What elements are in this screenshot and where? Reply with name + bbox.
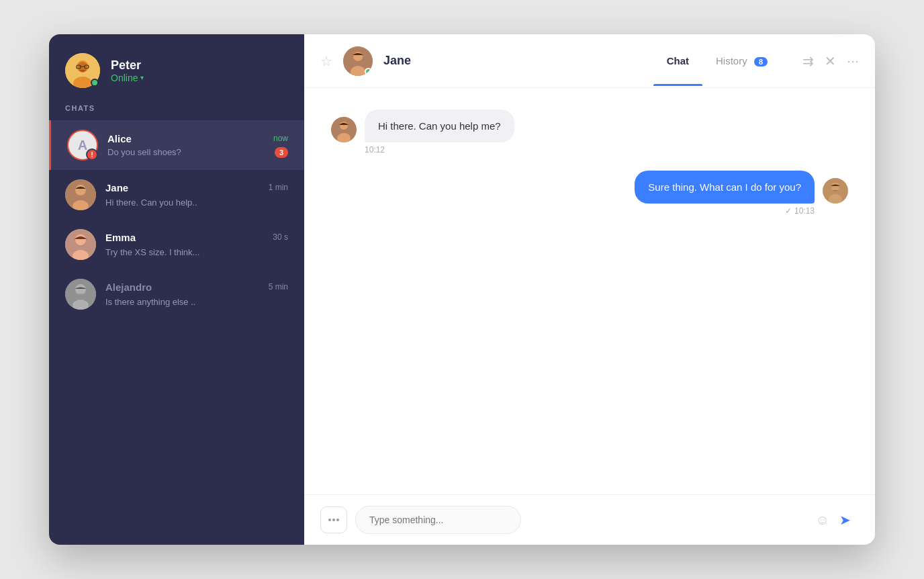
jane-avatar-svg xyxy=(65,179,96,210)
dot-2 xyxy=(332,519,335,521)
dot-1 xyxy=(328,519,331,521)
message-time-1: 10:12 xyxy=(365,145,848,154)
more-options-icon[interactable]: ⋯ xyxy=(847,54,859,69)
emma-name: Emma xyxy=(105,232,136,243)
check-icon: ✓ xyxy=(785,206,792,216)
alice-avatar: A ! xyxy=(67,130,98,161)
tab-chat[interactable]: Chat xyxy=(653,50,702,72)
message-input[interactable] xyxy=(355,506,521,534)
emma-content: Emma 30 s Try the XS size. I think... xyxy=(105,232,288,258)
user-name: Peter xyxy=(111,58,144,73)
emoji-icon[interactable]: ☺ xyxy=(816,513,829,528)
chats-label: CHATS xyxy=(49,104,304,120)
svg-point-11 xyxy=(75,234,86,245)
history-count-badge: 8 xyxy=(754,57,768,66)
jane-msg-avatar-svg xyxy=(331,117,357,142)
close-icon[interactable]: ✕ xyxy=(825,53,836,69)
jane-preview: Hi there. Can you help.. xyxy=(105,197,197,208)
chat-item-emma[interactable]: Emma 30 s Try the XS size. I think... xyxy=(49,220,304,269)
alice-name: Alice xyxy=(107,133,132,144)
chat-header: ☆ Jane Chat History 8 xyxy=(304,34,875,88)
sidebar-header: Peter Online xyxy=(49,34,304,104)
jane-content: Jane 1 min Hi there. Can you help.. xyxy=(105,182,288,208)
alice-content: Alice now Do you sell shoes? 3 xyxy=(107,133,288,158)
alejandro-avatar xyxy=(65,279,96,310)
message-time-2: ✓ 10:13 xyxy=(331,206,815,216)
app-container: Peter Online CHATS A ! Alice now Do yo xyxy=(49,34,875,545)
contact-avatar xyxy=(343,46,373,76)
alejandro-time: 5 min xyxy=(269,282,288,292)
tools-button[interactable] xyxy=(320,506,347,533)
dot-3 xyxy=(336,519,339,521)
dot-menu xyxy=(328,519,339,521)
input-area: ☺ ➤ xyxy=(304,494,875,545)
jane-time: 1 min xyxy=(269,183,288,192)
forward-icon[interactable]: ⇉ xyxy=(802,53,814,69)
chat-main: ☆ Jane Chat History 8 xyxy=(304,34,875,545)
alice-time: now xyxy=(273,134,288,143)
alice-preview: Do you sell shoes? xyxy=(107,147,181,157)
agent-msg-avatar xyxy=(823,178,848,204)
alice-badge: 3 xyxy=(275,147,288,158)
jane-top: Jane 1 min xyxy=(105,182,288,193)
svg-point-14 xyxy=(75,284,86,295)
send-icon[interactable]: ➤ xyxy=(839,512,851,528)
chat-item-alice[interactable]: A ! Alice now Do you sell shoes? 3 xyxy=(49,120,304,170)
agent-msg-avatar-svg xyxy=(823,178,848,204)
sidebar: Peter Online CHATS A ! Alice now Do yo xyxy=(49,34,304,545)
tab-history[interactable]: History 8 xyxy=(702,50,781,72)
message-bubble-1: Hi there. Can you help me? xyxy=(365,109,514,142)
emma-top: Emma 30 s xyxy=(105,232,288,243)
alejandro-name: Alejandro xyxy=(105,281,152,293)
user-status: Online xyxy=(111,73,144,83)
input-wrapper: ☺ ➤ xyxy=(355,506,859,534)
message-group-2: Sure thing. What can I do for you? ✓ xyxy=(331,171,848,216)
alejandro-avatar-svg xyxy=(65,279,96,310)
chat-item-jane[interactable]: Jane 1 min Hi there. Can you help.. xyxy=(49,170,304,220)
emma-time: 30 s xyxy=(273,232,288,242)
alejandro-top: Alejandro 5 min xyxy=(105,281,288,293)
jane-name: Jane xyxy=(105,182,128,193)
contact-status-dot xyxy=(365,68,372,75)
message-bubble-2: Sure thing. What can I do for you? xyxy=(635,171,815,204)
alejandro-preview: Is there anything else .. xyxy=(105,297,195,307)
message-group-1: Hi there. Can you help me? 10:12 xyxy=(331,109,848,154)
chat-item-alejandro[interactable]: Alejandro 5 min Is there anything else .… xyxy=(49,269,304,319)
svg-point-23 xyxy=(831,183,839,191)
jane-msg-avatar xyxy=(331,117,357,142)
user-info: Peter Online xyxy=(111,58,144,83)
header-tabs: Chat History 8 xyxy=(653,50,781,72)
alejandro-content: Alejandro 5 min Is there anything else .… xyxy=(105,281,288,308)
user-avatar-container xyxy=(65,53,100,88)
star-icon[interactable]: ☆ xyxy=(320,53,332,69)
contact-name: Jane xyxy=(383,54,643,68)
user-status-dot xyxy=(91,79,99,87)
chat-list: A ! Alice now Do you sell shoes? 3 xyxy=(49,120,304,545)
message-row-outgoing-1: Sure thing. What can I do for you? xyxy=(331,171,848,204)
svg-point-20 xyxy=(340,122,348,130)
emma-preview: Try the XS size. I think... xyxy=(105,247,199,257)
header-actions: ⇉ ✕ ⋯ xyxy=(802,53,859,69)
message-row-incoming-1: Hi there. Can you help me? xyxy=(331,109,848,142)
svg-point-8 xyxy=(75,185,86,195)
jane-avatar xyxy=(65,179,96,210)
alice-top: Alice now xyxy=(107,133,288,144)
alice-exclamation: ! xyxy=(86,148,98,161)
emma-avatar-svg xyxy=(65,229,96,260)
emma-avatar xyxy=(65,229,96,260)
messages-area: Hi there. Can you help me? 10:12 Sure th… xyxy=(304,88,875,494)
